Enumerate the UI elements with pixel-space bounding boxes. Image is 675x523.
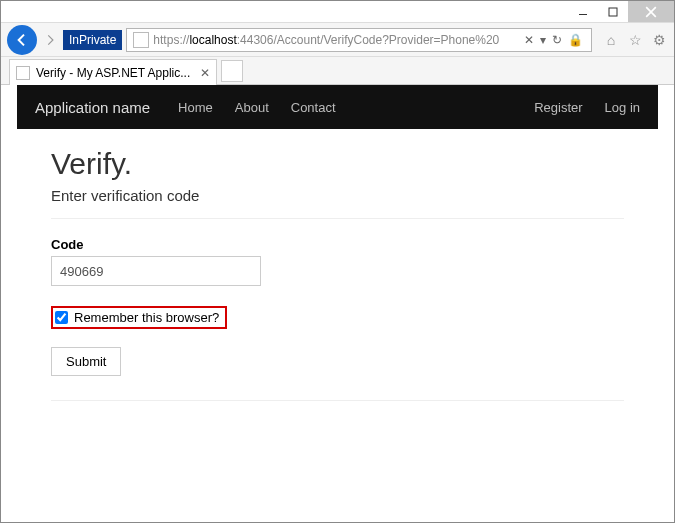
browser-chrome-icons: ⌂ ☆ ⚙ bbox=[596, 32, 668, 48]
page-subheading: Enter verification code bbox=[51, 187, 624, 204]
remember-browser-highlight: Remember this browser? bbox=[51, 306, 227, 329]
code-input[interactable] bbox=[51, 256, 261, 286]
new-tab-button[interactable] bbox=[221, 60, 243, 82]
page-heading: Verify. bbox=[51, 147, 624, 181]
settings-gear-icon[interactable]: ⚙ bbox=[650, 32, 668, 48]
nav-link-about[interactable]: About bbox=[235, 100, 269, 115]
home-icon[interactable]: ⌂ bbox=[602, 32, 620, 48]
site-navbar: Application name Home About Contact Regi… bbox=[17, 85, 658, 129]
tab-title: Verify - My ASP.NET Applic... bbox=[36, 66, 190, 80]
page-icon bbox=[133, 32, 149, 48]
browser-tab[interactable]: Verify - My ASP.NET Applic... ✕ bbox=[9, 59, 217, 85]
page-viewport: Application name Home About Contact Regi… bbox=[1, 85, 674, 523]
divider bbox=[51, 218, 624, 219]
address-bar[interactable]: https://localhost:44306/Account/VerifyCo… bbox=[126, 28, 592, 52]
remember-browser-checkbox[interactable] bbox=[55, 311, 68, 324]
nav-link-register[interactable]: Register bbox=[534, 100, 582, 115]
url-protocol: https:// bbox=[153, 33, 189, 47]
window-titlebar bbox=[1, 1, 674, 23]
window-maximize-button[interactable] bbox=[598, 1, 628, 22]
svg-rect-0 bbox=[579, 14, 587, 15]
nav-links: Home About Contact bbox=[178, 100, 335, 115]
divider-bottom bbox=[51, 400, 624, 401]
url-host: localhost bbox=[189, 33, 236, 47]
nav-right: Register Log in bbox=[534, 100, 640, 115]
refresh-icon[interactable]: ↻ bbox=[552, 33, 562, 47]
nav-link-login[interactable]: Log in bbox=[605, 100, 640, 115]
window-minimize-button[interactable] bbox=[568, 1, 598, 22]
nav-link-contact[interactable]: Contact bbox=[291, 100, 336, 115]
url-path: :44306/Account/VerifyCode?Provider=Phone… bbox=[237, 33, 500, 47]
lock-icon: 🔒 bbox=[568, 33, 583, 47]
stop-icon[interactable]: ✕ bbox=[524, 33, 534, 47]
inprivate-badge: InPrivate bbox=[63, 30, 122, 50]
forward-button[interactable] bbox=[41, 25, 59, 55]
tab-page-icon bbox=[16, 66, 30, 80]
tab-strip: Verify - My ASP.NET Applic... ✕ bbox=[1, 57, 674, 85]
window-close-button[interactable] bbox=[628, 1, 674, 22]
submit-button[interactable]: Submit bbox=[51, 347, 121, 376]
brand-label[interactable]: Application name bbox=[35, 99, 150, 116]
code-label: Code bbox=[51, 237, 624, 252]
main-content: Verify. Enter verification code Code Rem… bbox=[1, 129, 674, 437]
browser-toolbar: InPrivate https://localhost:44306/Accoun… bbox=[1, 23, 674, 57]
svg-rect-1 bbox=[609, 8, 617, 16]
back-button[interactable] bbox=[7, 25, 37, 55]
tab-close-icon[interactable]: ✕ bbox=[200, 66, 210, 80]
dropdown-icon[interactable]: ▾ bbox=[540, 33, 546, 47]
nav-link-home[interactable]: Home bbox=[178, 100, 213, 115]
remember-browser-label: Remember this browser? bbox=[74, 310, 219, 325]
favorites-icon[interactable]: ☆ bbox=[626, 32, 644, 48]
